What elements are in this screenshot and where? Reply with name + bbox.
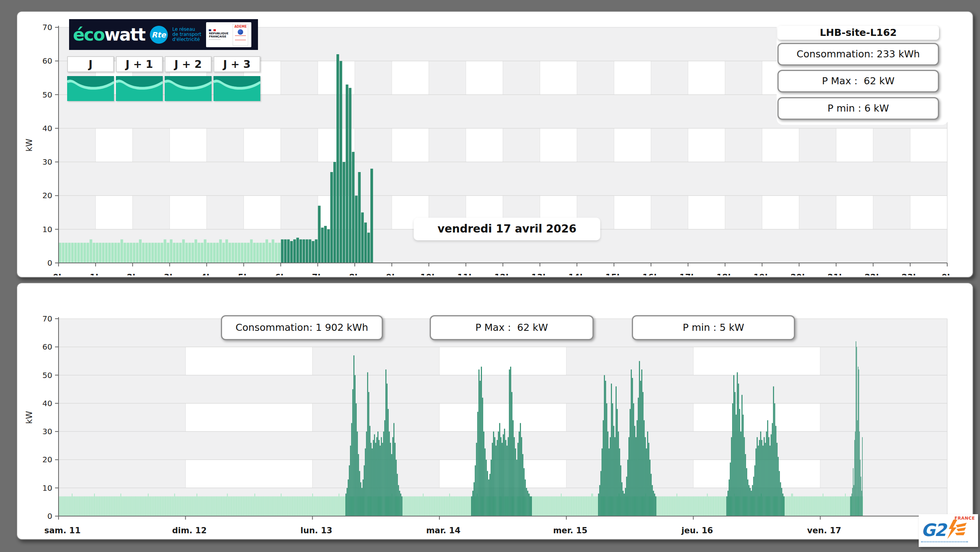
daily-consumption-box: Consommation: 233 kWh bbox=[777, 43, 939, 66]
daily-chart-panel: 0102030405060700h1h2h3h4h5h6h7h8h9h10h11… bbox=[16, 11, 973, 278]
svg-text:7h: 7h bbox=[312, 273, 324, 275]
svg-text:50: 50 bbox=[43, 371, 52, 380]
forecast-gauge-green-icon bbox=[67, 76, 114, 101]
svg-text:16h: 16h bbox=[642, 273, 660, 275]
g2e-lightning-icon bbox=[946, 520, 968, 541]
svg-text:10: 10 bbox=[43, 483, 52, 493]
svg-text:11h: 11h bbox=[457, 273, 475, 275]
svg-text:30: 30 bbox=[43, 427, 52, 436]
forecast-day-label: J + 2 bbox=[165, 56, 212, 72]
weekly-pmin-box: P min : 5 kW bbox=[632, 315, 795, 340]
rte-logo-icon: Rte bbox=[150, 26, 168, 44]
forecast-gauge-green-icon bbox=[116, 76, 163, 101]
svg-text:0: 0 bbox=[47, 511, 52, 521]
site-title: LHB-site-L162 bbox=[777, 26, 939, 40]
svg-text:22h: 22h bbox=[864, 273, 882, 275]
svg-text:8h: 8h bbox=[349, 273, 361, 275]
svg-text:5h: 5h bbox=[238, 273, 250, 275]
svg-text:60: 60 bbox=[43, 342, 52, 351]
rte-tagline: Le réseau de transport d'électricité bbox=[173, 27, 201, 42]
date-label: vendredi 17 avril 2026 bbox=[414, 218, 600, 240]
svg-text:40: 40 bbox=[43, 124, 52, 133]
forecast-day-label: J + 1 bbox=[116, 56, 163, 72]
forecast-day-label: J bbox=[67, 56, 114, 72]
forecast-gauge-green-icon bbox=[165, 76, 212, 101]
svg-text:13h: 13h bbox=[531, 273, 548, 275]
svg-text:0: 0 bbox=[47, 258, 52, 268]
french-flag-icon bbox=[209, 29, 216, 31]
svg-text:18h: 18h bbox=[717, 273, 734, 275]
svg-text:30: 30 bbox=[43, 157, 52, 167]
g2e-wordmark: G2 bbox=[921, 522, 946, 539]
svg-text:kW: kW bbox=[25, 411, 34, 424]
svg-text:12h: 12h bbox=[494, 273, 511, 275]
svg-text:60: 60 bbox=[43, 56, 52, 66]
g2e-tagline-line bbox=[921, 541, 968, 542]
ademe-logo: ADEME bbox=[233, 24, 248, 46]
g2e-logo: FRANCE G2 bbox=[919, 514, 978, 547]
svg-text:40: 40 bbox=[43, 399, 52, 408]
svg-text:19h: 19h bbox=[754, 273, 771, 275]
svg-text:50: 50 bbox=[43, 90, 52, 99]
svg-text:mar. 14: mar. 14 bbox=[426, 526, 461, 535]
svg-text:1h: 1h bbox=[90, 273, 101, 275]
svg-text:21h: 21h bbox=[827, 273, 845, 275]
daily-pmin-box: P min : 6 kW bbox=[777, 97, 939, 120]
forecast-day-label: J + 3 bbox=[213, 56, 260, 72]
daily-pmax-box: P Max : 62 kW bbox=[777, 70, 939, 92]
svg-text:20h: 20h bbox=[790, 273, 807, 275]
weekly-pmax-box: P Max : 62 kW bbox=[430, 315, 594, 340]
forecast-day-3: J + 3 bbox=[213, 56, 260, 72]
svg-text:17h: 17h bbox=[679, 273, 697, 275]
svg-text:0h: 0h bbox=[941, 273, 953, 275]
svg-text:14h: 14h bbox=[568, 273, 585, 275]
svg-text:sam. 11: sam. 11 bbox=[44, 526, 80, 535]
svg-text:23h: 23h bbox=[902, 273, 919, 275]
svg-text:mer. 15: mer. 15 bbox=[553, 526, 587, 535]
ecowatt-energy-dashboard: { "colors": { "bar_forecast_green": "#a9… bbox=[0, 0, 980, 552]
svg-text:15h: 15h bbox=[605, 273, 623, 275]
svg-text:ven. 17: ven. 17 bbox=[807, 526, 841, 535]
svg-text:2h: 2h bbox=[127, 273, 139, 275]
government-logos: RÉPUBLIQUEFRANÇAISE ADEME bbox=[206, 22, 251, 47]
svg-text:lun. 13: lun. 13 bbox=[301, 526, 333, 535]
svg-text:kW: kW bbox=[25, 138, 34, 151]
weekly-consumption-box: Consommation: 1 902 kWh bbox=[221, 315, 383, 340]
forecast-day-0: J bbox=[67, 56, 114, 72]
svg-text:jeu. 16: jeu. 16 bbox=[681, 526, 713, 535]
svg-text:4h: 4h bbox=[201, 273, 213, 275]
ecowatt-logo: écowatt bbox=[73, 25, 145, 44]
forecast-day-2: J + 2 bbox=[165, 56, 212, 72]
svg-text:70: 70 bbox=[43, 23, 52, 32]
svg-text:3h: 3h bbox=[164, 273, 176, 275]
ecowatt-banner: écowatt Rte Le réseau de transport d'éle… bbox=[69, 19, 258, 50]
svg-text:9h: 9h bbox=[386, 273, 398, 275]
svg-text:20: 20 bbox=[43, 455, 52, 464]
weekly-chart-panel: 010203040506070sam. 11dim. 12lun. 13mar.… bbox=[16, 282, 973, 540]
ecowatt-forecast-strip: JJ + 1J + 2J + 3 bbox=[67, 56, 262, 102]
ademe-globe-icon bbox=[238, 29, 243, 35]
forecast-day-1: J + 1 bbox=[116, 56, 163, 72]
svg-text:6h: 6h bbox=[275, 273, 286, 275]
svg-text:10h: 10h bbox=[420, 273, 438, 275]
svg-text:20: 20 bbox=[43, 191, 52, 200]
republique-francaise-logo: RÉPUBLIQUEFRANÇAISE bbox=[209, 29, 228, 40]
svg-text:10: 10 bbox=[43, 225, 52, 234]
g2e-france-label: FRANCE bbox=[955, 516, 975, 521]
forecast-gauge-green-icon bbox=[213, 76, 260, 101]
svg-text:0h: 0h bbox=[53, 273, 64, 275]
svg-text:dim. 12: dim. 12 bbox=[172, 526, 207, 535]
svg-text:70: 70 bbox=[43, 314, 52, 323]
